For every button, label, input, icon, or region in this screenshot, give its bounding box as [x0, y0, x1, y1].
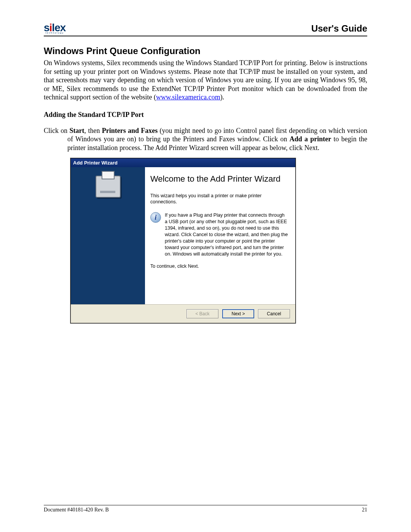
info-icon: i: [150, 212, 161, 223]
next-button[interactable]: Next >: [222, 309, 254, 318]
wizard-heading: Welcome to the Add Printer Wizard: [150, 174, 288, 184]
printers-faxes-label: Printers and Faxes: [102, 127, 158, 134]
window-titlebar[interactable]: Add Printer Wizard: [71, 158, 295, 167]
subsection-heading: Adding the Standard TCP/IP Port: [44, 111, 367, 119]
back-button: < Back: [186, 309, 218, 318]
document-id: Document #40181-420 Rev. B: [44, 507, 109, 513]
section-heading: Windows Print Queue Configuration: [44, 46, 367, 56]
wizard-button-bar: < Back Next > Cancel: [71, 304, 295, 323]
wizard-sidebar: [71, 167, 145, 304]
add-printer-wizard-window: Add Printer Wizard Welcome to the Add Pr…: [70, 158, 296, 323]
wizard-continue-text: To continue, click Next.: [150, 263, 288, 270]
start-menu-label: Start: [70, 127, 84, 134]
step-paragraph: Click on Start, then Printers and Faxes …: [44, 126, 367, 152]
cancel-button[interactable]: Cancel: [258, 309, 290, 318]
wizard-intro-text: This wizard helps you install a printer …: [150, 193, 288, 206]
document-title: User's Guide: [311, 23, 367, 34]
brand-tagline: technology: [44, 32, 65, 34]
website-link[interactable]: www.silexamerica.com: [156, 93, 220, 101]
page-footer: Document #40181-420 Rev. B 21: [44, 505, 367, 513]
page-header: silex technology User's Guide: [44, 23, 367, 37]
wizard-content: Welcome to the Add Printer Wizard This w…: [145, 167, 295, 304]
printer-icon: [96, 176, 121, 198]
wizard-info-text: If you have a Plug and Play printer that…: [165, 212, 288, 257]
intro-paragraph: On Windows systems, Silex recommends usi…: [44, 59, 367, 102]
intro-text-post: ).: [220, 93, 225, 101]
add-printer-label: Add a printer: [290, 135, 331, 143]
brand-logo: silex technology: [44, 23, 65, 34]
page-number: 21: [362, 507, 367, 513]
